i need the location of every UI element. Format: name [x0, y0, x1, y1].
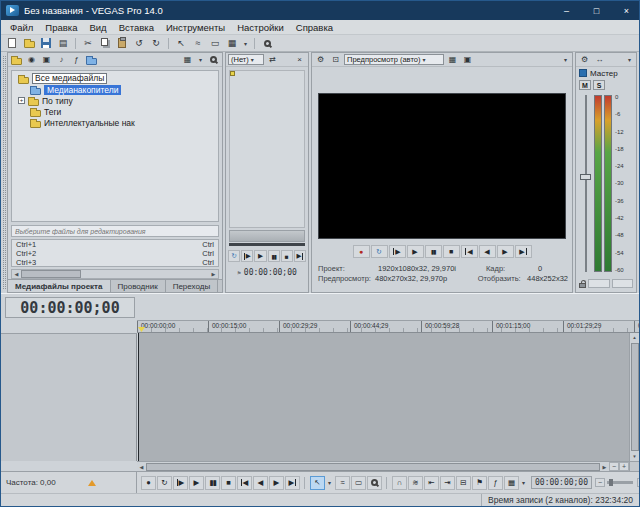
- trimmer-display[interactable]: [229, 70, 305, 228]
- media-scrollbar[interactable]: ◀ ▶: [11, 269, 219, 279]
- timeline-next-frame-button[interactable]: ▶: [269, 476, 284, 490]
- trimmer-time-display[interactable]: 00:00:00;00: [244, 268, 297, 277]
- timeline-play-from-start-button[interactable]: ▶: [173, 476, 188, 490]
- trimmer-pause-button[interactable]: ▮▮: [268, 250, 280, 262]
- timeline-go-to-start-button[interactable]: ◀: [237, 476, 252, 490]
- tree-item-tags[interactable]: Теги: [12, 106, 218, 117]
- grid-view-button[interactable]: ▦: [224, 36, 240, 50]
- play-button[interactable]: ▶: [407, 245, 424, 258]
- record-button[interactable]: ●: [353, 245, 370, 258]
- close-button[interactable]: ×: [614, 1, 639, 20]
- tab-project-media[interactable]: Медиафайлы проекта: [8, 280, 111, 292]
- project-properties-button[interactable]: ▤: [55, 36, 71, 50]
- track-area[interactable]: [138, 333, 629, 461]
- scroll-left-icon[interactable]: ◀: [137, 463, 146, 471]
- insert-marker-button[interactable]: ⚑: [472, 476, 487, 490]
- solo-button[interactable]: S: [593, 80, 605, 90]
- master-fit-button[interactable]: ↔: [593, 54, 606, 66]
- list-item[interactable]: Ctrl+1 Ctrl: [12, 240, 218, 249]
- trimmer-transfer-button[interactable]: ⇄: [266, 54, 279, 66]
- trim-end-button[interactable]: ⇥: [440, 476, 455, 490]
- tree-item-smart-bins[interactable]: Интеллектуальные нак: [12, 117, 218, 128]
- menu-item-view[interactable]: Вид: [83, 22, 112, 33]
- zoom-out-button[interactable]: −: [609, 462, 619, 471]
- expander-icon[interactable]: +: [18, 97, 25, 104]
- stop-button[interactable]: ■: [443, 245, 460, 258]
- fader-handle[interactable]: [580, 174, 591, 180]
- tree-item-media-bins[interactable]: Медианакопители: [12, 84, 218, 95]
- import-media-button[interactable]: [10, 54, 23, 66]
- pause-button[interactable]: ▮▮: [425, 245, 442, 258]
- preview-menu-dropdown[interactable]: ▾: [561, 53, 570, 67]
- normal-edit-tool-button[interactable]: ↖: [310, 476, 325, 490]
- timeline-loop-button[interactable]: ↻: [157, 476, 172, 490]
- add-bus-button[interactable]: [608, 54, 621, 66]
- trimmer-ruler[interactable]: [229, 230, 305, 242]
- play-from-start-button[interactable]: ▶: [389, 245, 406, 258]
- redo-button[interactable]: ↻: [148, 36, 164, 50]
- paste-button[interactable]: [114, 36, 130, 50]
- maximize-button[interactable]: □: [584, 1, 609, 20]
- capture-video-button[interactable]: ◉: [25, 54, 38, 66]
- normal-edit-tool-button[interactable]: ↖: [173, 36, 189, 50]
- trimmer-source-select[interactable]: (Нет) ▾: [228, 54, 264, 65]
- timeline-record-button[interactable]: ●: [141, 476, 156, 490]
- menu-item-file[interactable]: Файл: [4, 22, 39, 33]
- go-to-end-button[interactable]: ▶: [515, 245, 532, 258]
- envelope-edit-tool-button[interactable]: ≈: [190, 36, 206, 50]
- grid-view-dropdown[interactable]: ▾: [241, 36, 250, 50]
- tree-item-by-type[interactable]: + По типу: [12, 95, 218, 106]
- extract-audio-button[interactable]: ♪: [55, 54, 68, 66]
- tree-item-all-media[interactable]: Все медиафайлы: [12, 73, 218, 84]
- menu-item-insert[interactable]: Вставка: [113, 22, 160, 33]
- timeline-previous-frame-button[interactable]: ◀: [253, 476, 268, 490]
- go-to-start-button[interactable]: ◀: [461, 245, 478, 258]
- zoom-slider-thumb[interactable]: [609, 479, 613, 486]
- trimmer-loop-button[interactable]: ↻: [228, 250, 240, 262]
- new-project-button[interactable]: [4, 36, 20, 50]
- save-project-button[interactable]: [38, 36, 54, 50]
- rate-label[interactable]: Частота: 0,00: [6, 478, 56, 487]
- selection-edit-tool-button[interactable]: ▭: [351, 476, 366, 490]
- selection-edit-tool-button[interactable]: ▭: [207, 36, 223, 50]
- master-menu-dropdown[interactable]: ▾: [625, 53, 634, 67]
- time-zoom-slider[interactable]: [607, 481, 633, 484]
- menu-item-edit[interactable]: Правка: [39, 22, 83, 33]
- scroll-thumb[interactable]: [631, 343, 639, 451]
- enable-snapping-button[interactable]: ∩: [392, 476, 407, 490]
- timeline-ruler[interactable]: 00:00:00;00 00:00:15;00 00:00:29;29 00:0…: [137, 320, 639, 333]
- vertical-scrollbar[interactable]: ▲ ▼: [629, 333, 639, 461]
- menu-item-tools[interactable]: Инструменты: [160, 22, 231, 33]
- scroll-thumb[interactable]: [146, 463, 600, 471]
- trimmer-stop-button[interactable]: ■: [281, 250, 293, 262]
- timeline-go-to-end-button[interactable]: ▶: [285, 476, 300, 490]
- media-views-button[interactable]: ▦: [181, 54, 194, 66]
- timeline-stop-button[interactable]: ■: [221, 476, 236, 490]
- tab-explorer[interactable]: Проводник: [111, 280, 166, 292]
- lock-icon[interactable]: [579, 283, 586, 288]
- undo-button[interactable]: ↺: [131, 36, 147, 50]
- quantize-to-frames-button[interactable]: ▦: [504, 476, 519, 490]
- scroll-right-icon[interactable]: ▶: [209, 270, 218, 278]
- zoom-edit-tool-button[interactable]: [367, 476, 382, 490]
- volume-fader[interactable]: [579, 93, 593, 274]
- media-search-input[interactable]: [11, 225, 219, 237]
- zoom-edit-tool-button[interactable]: [259, 36, 275, 50]
- quantize-dropdown[interactable]: ▾: [519, 476, 528, 490]
- next-frame-button[interactable]: ▶: [497, 245, 514, 258]
- copy-button[interactable]: [97, 36, 113, 50]
- list-item[interactable]: Ctrl+3 Ctrl: [12, 258, 218, 267]
- event-fx-button[interactable]: ƒ: [488, 476, 503, 490]
- new-bin-button[interactable]: [85, 54, 98, 66]
- cut-button[interactable]: ✂: [80, 36, 96, 50]
- list-item[interactable]: Ctrl+2 Ctrl: [12, 249, 218, 258]
- menu-item-options[interactable]: Настройки: [231, 22, 290, 33]
- scroll-thumb[interactable]: [21, 270, 81, 278]
- tempo-marker-icon[interactable]: [88, 480, 96, 486]
- timeline-play-button[interactable]: ▶: [189, 476, 204, 490]
- horizontal-scrollbar[interactable]: ◀ ▶ − +: [137, 461, 629, 471]
- scroll-down-icon[interactable]: ▼: [630, 452, 639, 461]
- master-settings-button[interactable]: ⚙: [578, 54, 591, 66]
- previous-frame-button[interactable]: ◀: [479, 245, 496, 258]
- open-project-button[interactable]: [21, 36, 37, 50]
